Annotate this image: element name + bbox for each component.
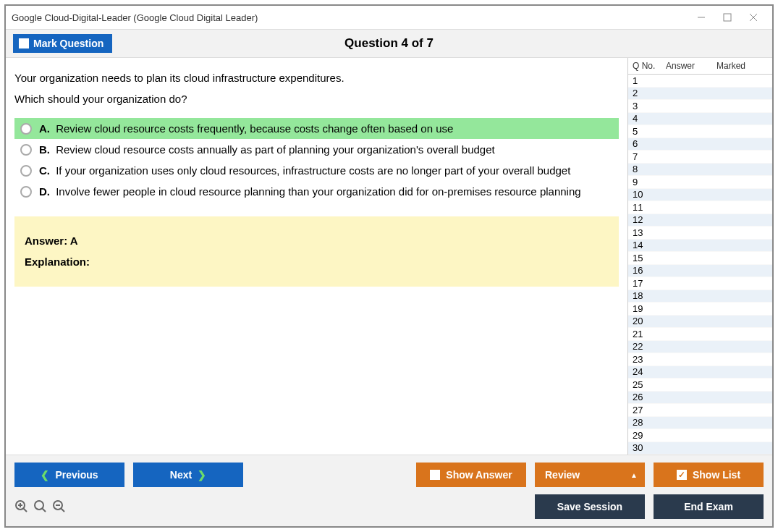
row-qno: 6 (628, 138, 661, 149)
question-row[interactable]: 9 (628, 176, 772, 189)
question-list[interactable]: 1234567891011121314151617181920212223242… (628, 75, 772, 455)
row-qno: 9 (628, 177, 661, 187)
row-qno: 1 (628, 75, 661, 86)
row-qno: 27 (628, 405, 661, 415)
show-list-button[interactable]: ✓ Show List (654, 463, 764, 487)
zoom-reset-icon[interactable] (33, 499, 48, 514)
question-row[interactable]: 3 (628, 100, 772, 113)
zoom-out-icon[interactable] (52, 499, 67, 514)
end-exam-label: End Exam (684, 501, 733, 512)
option-d[interactable]: D. Involve fewer people in cloud resourc… (14, 181, 619, 202)
row-qno: 22 (628, 341, 661, 352)
question-row[interactable]: 20 (628, 316, 772, 329)
question-counter: Question 4 of 7 (344, 36, 434, 51)
row-qno: 19 (628, 303, 661, 314)
question-line-1: Your organization needs to plan its clou… (14, 68, 619, 89)
svg-line-11 (62, 509, 65, 512)
show-list-checkbox-icon: ✓ (677, 470, 687, 480)
question-row[interactable]: 17 (628, 277, 772, 290)
question-row[interactable]: 10 (628, 189, 772, 202)
question-row[interactable]: 14 (628, 240, 772, 253)
maximize-icon[interactable] (714, 9, 740, 26)
question-text: Your organization needs to plan its clou… (14, 68, 619, 109)
row-qno: 17 (628, 278, 661, 289)
header-bar: Mark Question Question 4 of 7 (6, 29, 772, 58)
option-c[interactable]: C. If your organization uses only cloud … (14, 160, 619, 181)
minimize-icon[interactable] (688, 9, 714, 26)
row-qno: 4 (628, 113, 661, 124)
row-qno: 10 (628, 189, 661, 200)
question-row[interactable]: 28 (628, 417, 772, 430)
question-row[interactable]: 4 (628, 113, 772, 126)
question-row[interactable]: 19 (628, 303, 772, 316)
question-row[interactable]: 5 (628, 125, 772, 138)
radio-icon (20, 186, 32, 198)
end-exam-button[interactable]: End Exam (654, 494, 764, 519)
question-row[interactable]: 16 (628, 265, 772, 278)
window-controls (688, 9, 766, 26)
question-row[interactable]: 18 (628, 290, 772, 303)
question-row[interactable]: 25 (628, 379, 772, 392)
row-qno: 23 (628, 354, 661, 365)
review-button[interactable]: Review ▲ (535, 463, 645, 487)
question-row[interactable]: 12 (628, 214, 772, 227)
question-row[interactable]: 11 (628, 201, 772, 214)
question-row[interactable]: 26 (628, 392, 772, 405)
question-row[interactable]: 24 (628, 366, 772, 379)
row-qno: 24 (628, 366, 661, 377)
zoom-in-icon[interactable] (14, 499, 29, 514)
option-a[interactable]: A. Review cloud resource costs frequentl… (14, 118, 619, 139)
titlebar: Google Cloud-Digital-Leader (Google Clou… (6, 6, 772, 29)
next-label: Next (170, 469, 192, 481)
close-icon[interactable] (740, 9, 766, 26)
question-row[interactable]: 15 (628, 252, 772, 265)
row-qno: 15 (628, 253, 661, 263)
sidebar-header: Q No. Answer Marked (628, 58, 772, 75)
radio-icon (20, 123, 32, 135)
answer-label: Answer: (25, 235, 70, 247)
question-row[interactable]: 30 (628, 442, 772, 455)
mark-question-button[interactable]: Mark Question (13, 34, 112, 53)
show-list-label: Show List (693, 469, 740, 481)
row-qno: 26 (628, 392, 661, 402)
question-row[interactable]: 21 (628, 328, 772, 341)
question-row[interactable]: 13 (628, 227, 772, 240)
question-row[interactable]: 22 (628, 341, 772, 354)
mark-button-label: Mark Question (33, 38, 103, 49)
row-qno: 14 (628, 240, 661, 250)
question-row[interactable]: 23 (628, 353, 772, 366)
save-session-button[interactable]: Save Session (535, 494, 645, 519)
row-qno: 25 (628, 379, 661, 390)
app-window: Google Cloud-Digital-Leader (Google Clou… (4, 4, 774, 528)
row-qno: 7 (628, 151, 661, 162)
col-header-qno: Q No. (628, 58, 661, 74)
question-row[interactable]: 2 (628, 88, 772, 101)
option-b[interactable]: B. Review cloud resource costs annually … (14, 139, 619, 160)
main-panel: Your organization needs to plan its clou… (6, 58, 627, 455)
previous-button[interactable]: ❮ Previous (14, 463, 124, 487)
row-qno: 11 (628, 202, 661, 213)
col-header-marked: Marked (712, 58, 772, 74)
question-row[interactable]: 1 (628, 75, 772, 88)
question-row[interactable]: 27 (628, 404, 772, 417)
next-button[interactable]: Next ❯ (133, 463, 243, 487)
mark-checkbox-icon (19, 38, 29, 48)
footer: ❮ Previous Next ❯ Show Answer Review ▲ ✓… (6, 455, 772, 526)
question-row[interactable]: 8 (628, 164, 772, 177)
svg-rect-1 (724, 14, 731, 21)
footer-row-1: ❮ Previous Next ❯ Show Answer Review ▲ ✓… (14, 463, 764, 487)
explanation-label: Explanation: (25, 252, 609, 273)
show-answer-button[interactable]: Show Answer (416, 463, 526, 487)
row-qno: 8 (628, 164, 661, 174)
answer-panel: Answer: A Explanation: (14, 216, 619, 287)
question-row[interactable]: 7 (628, 151, 772, 164)
question-line-2: Which should your organization do? (14, 89, 619, 110)
question-row[interactable]: 29 (628, 429, 772, 442)
option-text: A. Review cloud resource costs frequentl… (39, 122, 453, 135)
dropdown-arrow-icon: ▲ (630, 471, 638, 479)
row-qno: 28 (628, 417, 661, 428)
svg-line-9 (43, 509, 46, 512)
question-row[interactable]: 6 (628, 138, 772, 151)
show-answer-checkbox-icon (430, 470, 440, 480)
row-qno: 21 (628, 329, 661, 339)
